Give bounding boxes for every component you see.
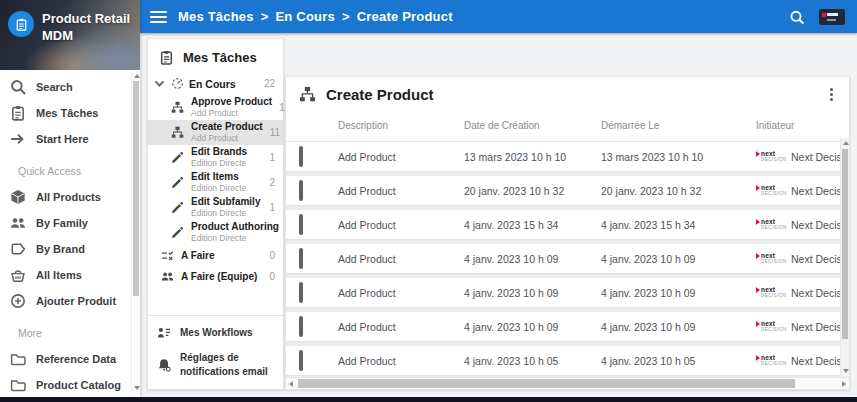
sidebar-item[interactable]: All Items: [0, 262, 140, 288]
search-icon: [10, 79, 26, 95]
task-folder-item[interactable]: A Faire (Equipe) 0: [148, 266, 283, 287]
row-checkbox[interactable]: [299, 350, 303, 371]
scroll-up-arrow[interactable]: [134, 74, 140, 78]
scrollbar-thumb[interactable]: [842, 149, 848, 339]
tasks-clipboard-icon: [10, 105, 26, 121]
my-workflows-link[interactable]: Mes Workflows: [157, 326, 277, 340]
table-row[interactable]: Add Product 4 janv. 2023 10 h 09 4 janv.…: [286, 312, 849, 342]
checklist-icon: [161, 249, 174, 262]
row-checkbox[interactable]: [299, 180, 303, 201]
left-sidebar: Product Retail MDM Search Mes Tâches: [0, 0, 140, 397]
task-type-item[interactable]: Approve Product Add Product 1: [148, 95, 283, 120]
task-folder-item[interactable]: A Faire 0: [148, 245, 283, 266]
table-row[interactable]: Add Product 13 mars 2023 10 h 10 13 mars…: [286, 142, 849, 172]
sidebar-item[interactable]: Product Catalog: [0, 372, 140, 398]
row-checkbox[interactable]: [299, 146, 303, 167]
sidebar-scrollbar[interactable]: [131, 71, 140, 393]
task-type-item[interactable]: Product Authoring Edition Directe 6: [148, 220, 283, 245]
task-type-item[interactable]: Edit Brands Edition Directe 1: [148, 145, 283, 170]
scroll-up-arrow[interactable]: [843, 141, 849, 145]
task-type-list: Approve Product Add Product 1 Create Pro…: [148, 95, 283, 245]
table-row[interactable]: Add Product 4 janv. 2023 10 h 09 4 janv.…: [286, 244, 849, 274]
sidebar-item[interactable]: By Family: [0, 210, 140, 236]
column-header-description: Description: [338, 120, 464, 131]
panel-title: Mes Tâches: [183, 50, 257, 65]
cell-started-date: 20 janv. 2023 10 h 32: [601, 185, 756, 197]
breadcrumb: Mes TâchesEn CoursCreate Product: [178, 9, 453, 24]
tree-node-en-cours[interactable]: En Cours 22: [148, 74, 283, 95]
breadcrumb-item[interactable]: Create Product: [357, 9, 453, 24]
page-title: Create Product: [326, 86, 434, 103]
workflows-icon: [157, 326, 171, 340]
sidebar-item[interactable]: Reference Data: [0, 346, 140, 372]
sidebar-item[interactable]: Search: [0, 74, 140, 100]
row-checkbox[interactable]: [299, 214, 303, 235]
sidebar-item[interactable]: Start Here: [0, 126, 140, 152]
breadcrumb-item[interactable]: Mes Tâches: [178, 9, 276, 24]
sidebar-item-label: Ajouter Produit: [36, 295, 116, 307]
column-header-initiator: Initiateur: [756, 120, 849, 131]
task-type-title: Product Authoring: [191, 221, 279, 233]
task-type-item[interactable]: Edit Items Edition Directe 2: [148, 170, 283, 195]
notification-settings-icon: [157, 358, 171, 372]
sidebar-item[interactable]: By Brand: [0, 236, 140, 262]
sidebar-item-label: Reference Data: [36, 353, 116, 365]
kebab-menu-icon[interactable]: [822, 85, 841, 104]
cell-created-date: 4 janv. 2023 10 h 09: [464, 287, 601, 299]
sidebar-item[interactable]: Mes Tâches: [0, 100, 140, 126]
main-panel: Create Product Description Date de Créat…: [285, 76, 850, 390]
task-type-count: 1: [269, 202, 275, 213]
next-decision-logo-icon: next DECISION: [756, 185, 782, 196]
task-folder-count: 0: [269, 271, 275, 282]
table-row[interactable]: Add Product 4 janv. 2023 10 h 09 4 janv.…: [286, 278, 849, 308]
breadcrumb-item[interactable]: En Cours: [276, 9, 357, 24]
task-type-title: Edit Items: [191, 171, 246, 183]
scroll-right-arrow[interactable]: [842, 381, 846, 387]
column-header-started: Démarrée Le: [601, 120, 756, 131]
table-row[interactable]: Add Product 4 janv. 2023 10 h 05 4 janv.…: [286, 346, 849, 376]
cell-description: Add Product: [338, 151, 464, 163]
scrollbar-thumb[interactable]: [133, 81, 139, 296]
sidebar-item-label: All Products: [36, 191, 101, 203]
tree-node-count: 22: [264, 78, 275, 89]
email-notification-settings-link[interactable]: Réglages de notifications email: [157, 351, 277, 378]
section-label-quick-access: Quick Access: [0, 152, 140, 184]
next-decision-logo-icon[interactable]: [819, 9, 845, 25]
table-row[interactable]: Add Product 4 janv. 2023 15 h 34 4 janv.…: [286, 210, 849, 240]
search-icon[interactable]: [788, 9, 804, 25]
row-checkbox[interactable]: [299, 248, 303, 269]
scrollbar-thumb[interactable]: [298, 379, 795, 388]
task-type-subtitle: Edition Directe: [191, 158, 247, 168]
task-type-item[interactable]: Create Product Add Product 11: [148, 120, 283, 145]
sitemap-icon: [171, 101, 184, 114]
task-type-item[interactable]: Edit Subfamily Edition Directe 1: [148, 195, 283, 220]
row-checkbox[interactable]: [299, 316, 303, 337]
scroll-down-arrow[interactable]: [843, 369, 849, 373]
table-header-row: Description Date de Création Démarrée Le…: [286, 111, 849, 142]
sidebar-item[interactable]: All Products: [0, 184, 140, 210]
hamburger-menu-icon[interactable]: [150, 11, 167, 23]
sidebar-item[interactable]: Ajouter Produit: [0, 288, 140, 314]
tasks-panel-footer: Mes Workflows Réglages de notifications …: [148, 315, 283, 389]
cell-created-date: 4 janv. 2023 10 h 09: [464, 253, 601, 265]
cell-created-date: 13 mars 2023 10 h 10: [464, 151, 601, 163]
app-title: Product Retail MDM: [42, 11, 134, 45]
pencil-icon: [171, 226, 184, 239]
next-decision-logo-icon: next DECISION: [756, 151, 782, 162]
chevron-down-icon[interactable]: [153, 77, 166, 90]
task-type-count: 11: [270, 127, 280, 138]
arrow-right-icon: [10, 131, 26, 147]
basket-icon: [10, 267, 26, 283]
cell-description: Add Product: [338, 185, 464, 197]
sidebar-item-label: By Brand: [36, 243, 85, 255]
clipboard-icon: [15, 18, 28, 31]
scroll-down-arrow[interactable]: [134, 386, 140, 390]
scroll-left-arrow[interactable]: [289, 381, 293, 387]
sidebar-top-nav: Search Mes Tâches Start Here: [0, 74, 140, 152]
sidebar-item-label: By Family: [36, 217, 88, 229]
app-logo: [8, 11, 34, 37]
table-horizontal-scrollbar[interactable]: [286, 377, 849, 389]
table-row[interactable]: Add Product 20 janv. 2023 10 h 32 20 jan…: [286, 176, 849, 206]
row-checkbox[interactable]: [299, 282, 303, 303]
table-vertical-scrollbar[interactable]: [840, 138, 849, 376]
